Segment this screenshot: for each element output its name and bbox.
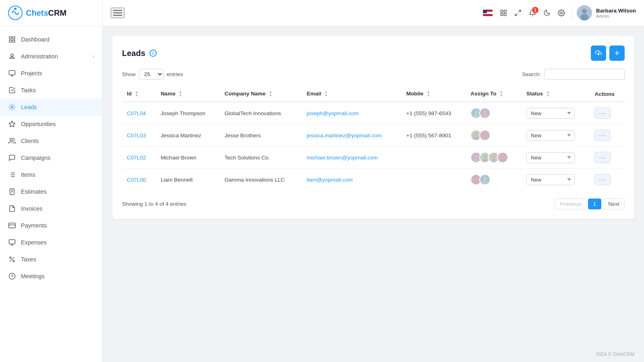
lead-id-link[interactable]: C07L00 bbox=[127, 177, 146, 183]
col-header-assign-to[interactable]: Assign To ▲▼ bbox=[466, 86, 522, 102]
hamburger-line bbox=[113, 10, 122, 11]
logo[interactable]: ChetsCRM bbox=[0, 0, 102, 26]
sidebar-item-payments[interactable]: Payments bbox=[0, 217, 102, 234]
email-link[interactable]: joseph@yopmail.com bbox=[306, 110, 358, 116]
status-select[interactable]: NewIn ProgressConvertedClosed bbox=[526, 108, 575, 119]
notification-bell-icon[interactable]: 1 bbox=[529, 9, 536, 17]
svg-point-58 bbox=[482, 159, 487, 162]
settings-icon[interactable] bbox=[558, 9, 565, 17]
lead-id-link[interactable]: C07L04 bbox=[127, 110, 146, 116]
dark-mode-icon[interactable] bbox=[543, 9, 551, 17]
actions-menu-button[interactable]: ··· bbox=[594, 108, 611, 119]
next-page-button[interactable]: Next bbox=[603, 199, 625, 209]
user-name: Barbara Wilson bbox=[596, 8, 636, 14]
cell-name: Michael Brown bbox=[156, 147, 220, 169]
logo-text: ChetsCRM bbox=[26, 8, 66, 18]
status-select[interactable]: NewIn ProgressConvertedClosed bbox=[526, 174, 575, 185]
svg-rect-4 bbox=[9, 40, 11, 42]
svg-point-67 bbox=[474, 181, 478, 184]
col-header-status[interactable]: Status ▲▼ bbox=[522, 86, 590, 102]
actions-menu-button[interactable]: ··· bbox=[594, 174, 611, 185]
upload-button[interactable] bbox=[591, 46, 606, 61]
status-select[interactable]: NewIn ProgressConvertedClosed bbox=[526, 130, 575, 141]
svg-point-6 bbox=[11, 54, 13, 56]
sidebar-item-campaigns[interactable]: Campaigns bbox=[0, 149, 102, 166]
avatar bbox=[479, 108, 491, 119]
info-icon[interactable]: i bbox=[149, 50, 157, 57]
avatar bbox=[479, 130, 491, 141]
sidebar-item-label: Payments bbox=[21, 222, 47, 229]
sidebar-item-taxes[interactable]: Taxes bbox=[0, 251, 102, 268]
svg-point-12 bbox=[10, 138, 12, 141]
sidebar-item-items[interactable]: Items bbox=[0, 166, 102, 183]
sidebar-item-projects[interactable]: Projects bbox=[0, 65, 102, 82]
lead-id-link[interactable]: C07L03 bbox=[127, 132, 146, 139]
sidebar-item-administration[interactable]: Administration › bbox=[0, 48, 102, 65]
sidebar-item-meetings[interactable]: Meetings bbox=[0, 268, 102, 285]
assign-avatars bbox=[470, 108, 517, 119]
show-label: Show bbox=[122, 71, 136, 77]
app-footer: 2024 © OrbitCRM bbox=[103, 347, 644, 362]
sidebar-item-opportunities[interactable]: Opportunities bbox=[0, 116, 102, 132]
meetings-icon bbox=[8, 272, 16, 280]
email-link[interactable]: michael.brown@yopmail.com bbox=[306, 155, 378, 161]
sidebar-item-dashboard[interactable]: Dashboard bbox=[0, 31, 102, 48]
cell-email: liam@yopmail.com bbox=[302, 169, 401, 191]
col-header-company[interactable]: Company Name ▲▼ bbox=[220, 86, 302, 102]
email-link[interactable]: jessica.martinez@yopmail.com bbox=[306, 132, 381, 139]
status-select[interactable]: NewIn ProgressConvertedClosed bbox=[526, 152, 575, 163]
sidebar-item-estimates[interactable]: Estimates bbox=[0, 183, 102, 200]
col-header-actions: Actions bbox=[590, 86, 625, 102]
flag-icon[interactable] bbox=[483, 10, 493, 16]
col-header-email[interactable]: Email ▲▼ bbox=[302, 86, 401, 102]
apps-grid-icon[interactable] bbox=[500, 9, 507, 17]
sidebar-item-tasks[interactable]: Tasks bbox=[0, 82, 102, 99]
cell-id: C07L02 bbox=[122, 147, 156, 169]
svg-point-27 bbox=[10, 257, 11, 259]
sort-icon-company: ▲▼ bbox=[269, 90, 272, 97]
svg-point-60 bbox=[492, 155, 495, 158]
opportunities-icon bbox=[8, 120, 16, 128]
sidebar-item-invoices[interactable]: Invoices bbox=[0, 200, 102, 217]
lead-id-link[interactable]: C07L02 bbox=[127, 155, 146, 161]
table-body: C07L04 Joseph Thompson GlobalTech Innova… bbox=[122, 102, 625, 190]
user-profile-section[interactable]: Barbara Wilson Admin bbox=[572, 5, 636, 21]
sidebar-item-clients[interactable]: Clients bbox=[0, 132, 102, 149]
cell-name: Jessica Martinez bbox=[156, 124, 220, 147]
content-area: Leads i + Show 25 50 100 bbox=[103, 26, 644, 347]
col-header-mobile[interactable]: Mobile ▲▼ bbox=[402, 86, 466, 102]
expenses-icon bbox=[8, 238, 16, 246]
sidebar-item-label: Expenses bbox=[21, 239, 47, 246]
cell-email: joseph@yopmail.com bbox=[302, 102, 401, 124]
page-1-button[interactable]: 1 bbox=[588, 199, 602, 209]
search-input[interactable] bbox=[544, 69, 625, 80]
showing-text: Showing 1 to 4 of 4 entries bbox=[122, 201, 186, 207]
sidebar-item-label: Administration bbox=[21, 53, 58, 60]
email-link[interactable]: liam@yopmail.com bbox=[306, 177, 352, 183]
actions-menu-button[interactable]: ··· bbox=[594, 130, 611, 141]
invoices-icon bbox=[8, 205, 16, 213]
svg-rect-31 bbox=[504, 10, 506, 12]
svg-rect-32 bbox=[501, 14, 503, 16]
sidebar-item-expenses[interactable]: Expenses bbox=[0, 234, 102, 251]
expand-icon[interactable] bbox=[514, 9, 522, 17]
cell-company: Gamma Innovations LLC bbox=[220, 169, 302, 191]
table-row: C07L04 Joseph Thompson GlobalTech Innova… bbox=[122, 102, 625, 124]
cell-mobile bbox=[402, 147, 466, 169]
menu-toggle-button[interactable] bbox=[111, 8, 124, 18]
sidebar-navigation: Dashboard Administration › Projects Task… bbox=[0, 26, 102, 290]
svg-point-39 bbox=[580, 14, 588, 21]
col-header-name[interactable]: Name ▲▼ bbox=[156, 86, 220, 102]
assign-avatars bbox=[470, 130, 517, 141]
cell-actions: ··· bbox=[590, 124, 625, 147]
search-area: Search: bbox=[522, 69, 625, 80]
add-lead-button[interactable]: + bbox=[609, 46, 625, 61]
col-header-id[interactable]: Id ▲▼ bbox=[122, 86, 156, 102]
svg-point-48 bbox=[474, 133, 478, 136]
sidebar-item-label: Clients bbox=[21, 138, 39, 144]
entries-per-page-select[interactable]: 25 50 100 bbox=[139, 69, 164, 80]
actions-menu-button[interactable]: ··· bbox=[594, 152, 611, 163]
svg-point-43 bbox=[474, 114, 478, 118]
previous-page-button[interactable]: Previous bbox=[555, 199, 586, 209]
sidebar-item-leads[interactable]: Leads bbox=[0, 99, 102, 116]
